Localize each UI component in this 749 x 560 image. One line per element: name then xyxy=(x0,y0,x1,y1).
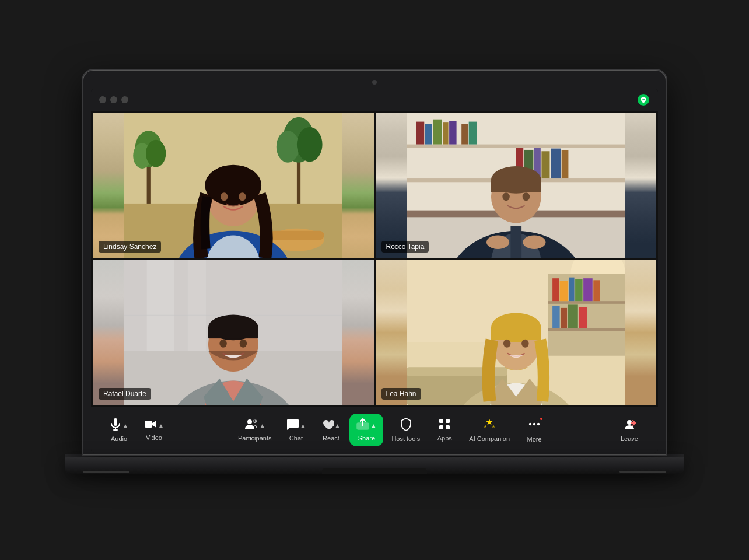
ai-companion-button[interactable]: AI Companion xyxy=(463,413,516,447)
video-button[interactable]: ▲ Video xyxy=(138,414,170,446)
ai-companion-icon xyxy=(483,418,496,432)
svg-rect-12 xyxy=(270,231,324,240)
close-button[interactable] xyxy=(99,96,106,103)
maximize-button[interactable] xyxy=(121,96,128,103)
svg-point-60 xyxy=(219,339,226,347)
apps-button[interactable]: Apps xyxy=(428,414,461,446)
share-label: Share xyxy=(358,435,375,442)
svg-rect-97 xyxy=(446,419,450,423)
more-icon-row xyxy=(527,418,541,433)
laptop-foot-left xyxy=(83,471,130,473)
svg-rect-76 xyxy=(568,304,578,328)
share-button[interactable]: ▲ Share xyxy=(349,414,383,446)
svg-point-10 xyxy=(297,127,323,162)
svg-point-9 xyxy=(276,131,299,163)
video-label: Video xyxy=(146,434,162,441)
svg-rect-77 xyxy=(579,307,587,328)
toolbar-center-group: 3 ▲ Participants xyxy=(232,413,551,447)
screen-bezel: Lindsay Sanchez xyxy=(83,70,666,455)
svg-point-47 xyxy=(487,236,509,249)
svg-point-87 xyxy=(522,339,528,347)
svg-rect-26 xyxy=(433,120,442,145)
video-cell-rocco: Rocco Tapia xyxy=(376,113,657,258)
svg-rect-34 xyxy=(541,151,550,178)
security-shield-icon xyxy=(638,94,649,106)
mic-icon xyxy=(110,418,121,432)
toolbar: ▲ Audio ▲ xyxy=(91,407,658,453)
video-icon-row: ▲ xyxy=(144,419,164,431)
video-cell-lindsay: Lindsay Sanchez xyxy=(93,113,374,258)
svg-point-102 xyxy=(537,422,540,425)
svg-point-18 xyxy=(220,192,228,201)
svg-point-19 xyxy=(239,192,246,201)
svg-point-101 xyxy=(533,422,536,425)
svg-rect-66 xyxy=(548,301,625,304)
camera xyxy=(372,80,377,85)
more-icon xyxy=(527,420,541,433)
svg-point-45 xyxy=(502,192,509,201)
participant-label-rafael: Rafael Duarte xyxy=(99,388,151,400)
toolbar-left-group: ▲ Audio ▲ xyxy=(103,413,170,447)
laptop-notch xyxy=(322,468,427,474)
svg-rect-28 xyxy=(449,121,456,145)
security-icon-container xyxy=(637,93,650,106)
participants-label: Participants xyxy=(238,435,271,442)
svg-point-17 xyxy=(205,165,261,206)
svg-rect-25 xyxy=(425,124,432,144)
audio-chevron: ▲ xyxy=(123,422,128,429)
svg-rect-52 xyxy=(188,260,206,351)
host-tools-icon-row xyxy=(400,418,412,432)
svg-text:3: 3 xyxy=(253,418,256,422)
share-icon-row: ▲ xyxy=(356,418,376,432)
ai-companion-label: AI Companion xyxy=(469,435,510,442)
participant-label-lea: Lea Hahn xyxy=(382,388,421,400)
svg-rect-88 xyxy=(114,418,117,426)
participant-label-lindsay: Lindsay Sanchez xyxy=(99,241,161,253)
svg-rect-85 xyxy=(491,328,541,339)
laptop-container: Lindsay Sanchez xyxy=(54,70,695,490)
apps-icon-row xyxy=(439,418,450,432)
chat-button[interactable]: ▲ Chat xyxy=(279,414,312,446)
leave-label: Leave xyxy=(621,435,638,442)
react-chevron: ▲ xyxy=(335,422,341,429)
more-label: More xyxy=(527,436,541,443)
participants-icon-row: 3 ▲ xyxy=(244,418,265,432)
svg-point-48 xyxy=(523,236,545,249)
svg-rect-40 xyxy=(510,226,522,258)
svg-rect-74 xyxy=(552,305,559,328)
svg-rect-75 xyxy=(561,307,567,328)
svg-rect-99 xyxy=(446,425,450,429)
more-badge-dot xyxy=(539,416,544,421)
svg-point-92 xyxy=(247,419,252,424)
svg-rect-98 xyxy=(439,425,443,429)
react-button[interactable]: ▲ React xyxy=(314,414,347,446)
audio-button[interactable]: ▲ Audio xyxy=(103,413,135,447)
svg-rect-29 xyxy=(461,124,468,144)
host-tools-button[interactable]: Host tools xyxy=(386,413,426,447)
svg-rect-69 xyxy=(559,281,568,301)
svg-rect-30 xyxy=(468,122,477,145)
svg-rect-91 xyxy=(145,421,152,428)
host-tools-label: Host tools xyxy=(391,435,420,442)
camera-area xyxy=(91,78,658,86)
svg-point-103 xyxy=(627,420,632,425)
react-icon xyxy=(322,418,334,432)
svg-rect-51 xyxy=(147,260,174,351)
svg-rect-36 xyxy=(561,150,568,178)
ai-companion-icon-row xyxy=(483,418,496,432)
svg-point-6 xyxy=(146,140,166,167)
chat-chevron: ▲ xyxy=(300,422,306,429)
participants-button[interactable]: 3 ▲ Participants xyxy=(232,414,277,446)
minimize-button[interactable] xyxy=(110,96,117,103)
host-tools-icon xyxy=(400,418,412,432)
more-badge xyxy=(527,418,541,433)
chat-label: Chat xyxy=(289,435,303,442)
audio-label: Audio xyxy=(111,435,127,442)
svg-rect-24 xyxy=(416,122,424,145)
svg-rect-71 xyxy=(575,279,582,300)
participants-chevron: ▲ xyxy=(260,422,265,429)
leave-button[interactable]: Leave xyxy=(612,413,646,447)
more-button[interactable]: More xyxy=(518,413,551,447)
svg-rect-70 xyxy=(569,277,574,301)
video-icon xyxy=(144,419,157,431)
